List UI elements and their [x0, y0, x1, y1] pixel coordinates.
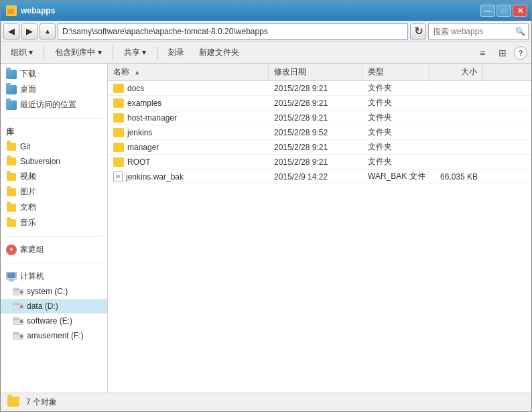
- view-tiles-button[interactable]: ⊞: [494, 44, 511, 62]
- sidebar-item-homegroup[interactable]: ♥ 家庭组: [1, 242, 107, 257]
- video-icon: [6, 171, 17, 182]
- sidebar-item-subversion[interactable]: Subversion: [1, 154, 107, 169]
- svg-rect-10: [13, 303, 19, 305]
- add-to-library-button[interactable]: 包含到库中 ▾: [49, 44, 107, 62]
- sidebar-scroll-area: 下载 桌面 最近访问的位置: [1, 64, 107, 393]
- table-row[interactable]: docs 2015/2/28 9:21 文件夹: [108, 81, 531, 96]
- sidebar-item-video[interactable]: 视频: [1, 169, 107, 184]
- table-row[interactable]: host-manager 2015/2/28 9:21 文件夹: [108, 111, 531, 125]
- window-controls: — □ ✕: [480, 5, 527, 17]
- file-type-examples: 文件夹: [362, 97, 429, 109]
- folder-icon: [113, 128, 124, 137]
- address-input[interactable]: [58, 23, 408, 40]
- file-name-examples: examples: [108, 98, 269, 108]
- sidebar-item-recent[interactable]: 最近访问的位置: [1, 97, 107, 113]
- sidebar-item-pictures[interactable]: 图片: [1, 184, 107, 200]
- svg-point-17: [20, 335, 23, 338]
- svg-rect-7: [13, 288, 19, 290]
- downloads-icon: [6, 69, 17, 80]
- computer-icon: [6, 271, 17, 282]
- folder-icon: [113, 113, 124, 123]
- title-bar: webapps — □ ✕: [1, 1, 531, 21]
- sidebar-label-git: Git: [20, 142, 30, 151]
- sidebar-item-computer[interactable]: 计算机: [1, 269, 107, 284]
- sidebar-item-downloads[interactable]: 下载: [1, 66, 107, 82]
- folder-icon: [113, 98, 124, 108]
- back-button[interactable]: ◀: [3, 23, 19, 40]
- file-name-host-manager: host-manager: [108, 113, 269, 123]
- toolbar-divider-2: [113, 46, 113, 60]
- table-row[interactable]: jenkins 2015/2/28 9:52 文件夹: [108, 125, 531, 140]
- subversion-icon: [6, 156, 17, 167]
- col-header-date[interactable]: 修改日期: [269, 64, 362, 80]
- sidebar-item-git[interactable]: Git: [1, 139, 107, 154]
- sidebar-item-drive-f[interactable]: amusement (F:): [1, 328, 107, 343]
- col-header-size[interactable]: 大小: [429, 64, 483, 80]
- file-name-root: ROOT: [108, 157, 269, 167]
- folder-icon: [113, 143, 124, 152]
- table-row[interactable]: examples 2015/2/28 9:21 文件夹: [108, 96, 531, 111]
- sidebar-label-drive-d: data (D:): [27, 301, 58, 311]
- sidebar: 下载 桌面 最近访问的位置: [1, 64, 108, 393]
- window-icon: [6, 5, 17, 16]
- toolbar-divider-1: [44, 46, 44, 60]
- war-file-icon: W: [113, 171, 123, 182]
- maximize-button[interactable]: □: [496, 5, 511, 17]
- file-date-jenkins: 2015/2/28 9:52: [269, 128, 362, 137]
- refresh-button[interactable]: ↻: [410, 23, 426, 40]
- toolbar-divider-3: [157, 46, 157, 60]
- sidebar-label-subversion: Subversion: [20, 157, 60, 166]
- sidebar-item-documents[interactable]: 文档: [1, 200, 107, 215]
- file-list-area: 名称 ▲ 修改日期 类型 大小: [108, 64, 531, 393]
- col-header-type[interactable]: 类型: [362, 64, 429, 80]
- drive-e-icon: [13, 316, 23, 326]
- file-list-header: 名称 ▲ 修改日期 类型 大小: [108, 64, 531, 81]
- sidebar-item-drive-e[interactable]: software (E:): [1, 314, 107, 328]
- sidebar-item-drive-d[interactable]: data (D:): [1, 299, 107, 314]
- view-details-button[interactable]: ≡: [474, 44, 491, 62]
- libraries-title: 库: [1, 124, 107, 139]
- file-type-jenkins: 文件夹: [362, 127, 429, 138]
- file-date-host-manager: 2015/2/28 9:21: [269, 113, 362, 123]
- documents-icon: [6, 202, 17, 213]
- svg-point-8: [20, 291, 23, 293]
- file-date-docs: 2015/2/28 9:21: [269, 84, 362, 93]
- folder-icon: [113, 157, 124, 167]
- organize-button[interactable]: 组织 ▾: [5, 44, 39, 62]
- new-folder-button[interactable]: 新建文件夹: [193, 44, 245, 62]
- share-button[interactable]: 共享 ▾: [118, 44, 152, 62]
- homegroup-section: ♥ 家庭组: [1, 239, 107, 260]
- table-row[interactable]: manager 2015/2/28 9:21 文件夹: [108, 140, 531, 155]
- sidebar-label-documents: 文档: [20, 202, 36, 213]
- sidebar-label-music: 音乐: [20, 217, 36, 228]
- sidebar-item-music[interactable]: 音乐: [1, 215, 107, 230]
- sidebar-item-drive-c[interactable]: system (C:): [1, 284, 107, 299]
- file-name-jenkins: jenkins: [108, 128, 269, 137]
- svg-rect-1: [7, 7, 11, 9]
- sidebar-label-recent: 最近访问的位置: [20, 99, 76, 111]
- file-date-jenkins-war: 2015/2/9 14:22: [269, 172, 362, 182]
- forward-button[interactable]: ▶: [21, 23, 38, 40]
- search-wrapper: 🔍: [428, 23, 529, 40]
- file-size-jenkins-war: 66,035 KB: [429, 172, 483, 182]
- up-button[interactable]: ▲: [40, 23, 56, 40]
- computer-section: 计算机 system (C:): [1, 266, 107, 346]
- table-row[interactable]: W jenkins.war_bak 2015/2/9 14:22 WAR_BAK…: [108, 169, 531, 184]
- help-button[interactable]: ?: [514, 46, 527, 60]
- minimize-button[interactable]: —: [480, 5, 495, 17]
- sort-arrow: ▲: [134, 69, 140, 76]
- address-bar: ◀ ▶ ▲ ↻ 🔍: [1, 21, 531, 42]
- svg-rect-0: [7, 9, 14, 14]
- sidebar-item-desktop[interactable]: 桌面: [1, 82, 107, 97]
- close-button[interactable]: ✕: [513, 5, 527, 17]
- recent-icon: [6, 100, 17, 111]
- table-row[interactable]: ROOT 2015/2/28 9:21 文件夹: [108, 155, 531, 169]
- col-header-name[interactable]: 名称 ▲: [108, 64, 269, 80]
- svg-rect-5: [8, 281, 15, 281]
- burn-button[interactable]: 刻录: [162, 44, 190, 62]
- svg-point-14: [20, 320, 23, 323]
- file-date-root: 2015/2/28 9:21: [269, 157, 362, 167]
- git-icon: [6, 141, 17, 152]
- folder-icon: [113, 84, 124, 93]
- search-button[interactable]: 🔍: [514, 25, 526, 38]
